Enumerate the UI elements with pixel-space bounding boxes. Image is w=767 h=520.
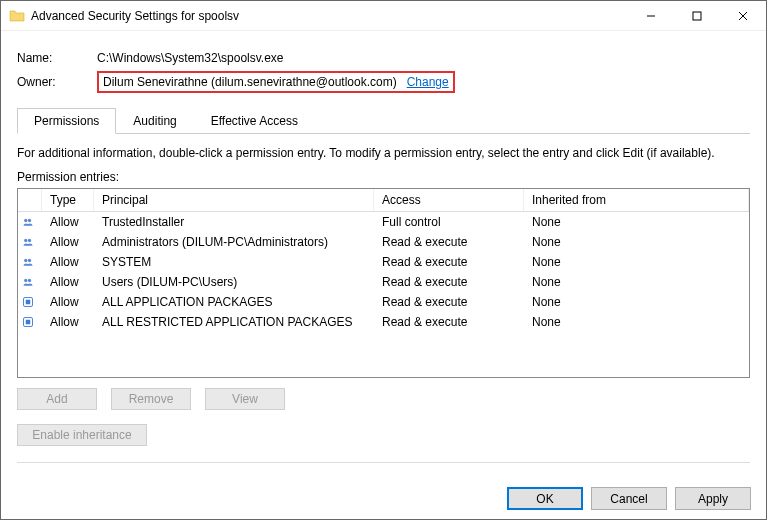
entry-inherited: None: [524, 214, 749, 230]
entry-inherited: None: [524, 294, 749, 310]
entry-type: Allow: [42, 254, 94, 270]
name-label: Name:: [17, 51, 97, 65]
owner-value: Dilum Senevirathne (dilum.senevirathne@o…: [103, 75, 397, 89]
permission-entries-label: Permission entries:: [17, 170, 750, 184]
table-row[interactable]: AllowALL RESTRICTED APPLICATION PACKAGES…: [18, 312, 749, 332]
table-row[interactable]: AllowALL APPLICATION PACKAGESRead & exec…: [18, 292, 749, 312]
entry-type: Allow: [42, 234, 94, 250]
svg-point-8: [24, 259, 27, 262]
owner-row: Owner: Dilum Senevirathne (dilum.senevir…: [17, 71, 750, 93]
entry-principal: ALL RESTRICTED APPLICATION PACKAGES: [94, 314, 374, 330]
svg-point-10: [24, 279, 27, 282]
svg-point-4: [24, 219, 27, 222]
entry-type: Allow: [42, 274, 94, 290]
tab-effective-access[interactable]: Effective Access: [194, 108, 315, 134]
entry-access: Full control: [374, 214, 524, 230]
entry-action-buttons: Add Remove View: [17, 388, 750, 410]
tab-auditing[interactable]: Auditing: [116, 108, 193, 134]
entry-access: Read & execute: [374, 314, 524, 330]
enable-inheritance-button[interactable]: Enable inheritance: [17, 424, 147, 446]
titlebar: Advanced Security Settings for spoolsv: [1, 1, 766, 31]
entry-type: Allow: [42, 314, 94, 330]
entry-inherited: None: [524, 314, 749, 330]
window-controls: [628, 1, 766, 31]
separator: [17, 462, 750, 463]
col-access[interactable]: Access: [374, 189, 524, 211]
entry-principal: ALL APPLICATION PACKAGES: [94, 294, 374, 310]
permission-entries-list[interactable]: Type Principal Access Inherited from All…: [17, 188, 750, 378]
ok-button[interactable]: OK: [507, 487, 583, 510]
maximize-button[interactable]: [674, 1, 720, 31]
remove-button[interactable]: Remove: [111, 388, 191, 410]
col-blank[interactable]: [18, 189, 42, 211]
entry-access: Read & execute: [374, 274, 524, 290]
package-icon: [18, 313, 42, 331]
entries-header: Type Principal Access Inherited from: [18, 189, 749, 212]
entry-access: Read & execute: [374, 234, 524, 250]
tab-permissions[interactable]: Permissions: [17, 108, 116, 134]
entry-inherited: None: [524, 254, 749, 270]
owner-label: Owner:: [17, 75, 97, 89]
table-row[interactable]: AllowTrustedInstallerFull controlNone: [18, 212, 749, 232]
owner-highlight: Dilum Senevirathne (dilum.senevirathne@o…: [97, 71, 455, 93]
svg-point-9: [28, 259, 31, 262]
col-type[interactable]: Type: [42, 189, 94, 211]
entry-principal: SYSTEM: [94, 254, 374, 270]
svg-rect-15: [26, 320, 31, 325]
entry-inherited: None: [524, 274, 749, 290]
table-row[interactable]: AllowAdministrators (DILUM-PC\Administra…: [18, 232, 749, 252]
entry-type: Allow: [42, 214, 94, 230]
apply-button[interactable]: Apply: [675, 487, 751, 510]
svg-rect-13: [26, 300, 31, 305]
group-icon: [18, 233, 42, 251]
entry-principal: Users (DILUM-PC\Users): [94, 274, 374, 290]
package-icon: [18, 293, 42, 311]
inheritance-row: Enable inheritance: [17, 424, 750, 446]
svg-point-6: [24, 239, 27, 242]
name-row: Name: C:\Windows\System32\spoolsv.exe: [17, 51, 750, 65]
folder-icon: [9, 8, 25, 24]
cancel-button[interactable]: Cancel: [591, 487, 667, 510]
table-row[interactable]: AllowUsers (DILUM-PC\Users)Read & execut…: [18, 272, 749, 292]
svg-point-11: [28, 279, 31, 282]
tab-strip: Permissions Auditing Effective Access: [17, 107, 750, 134]
entry-access: Read & execute: [374, 294, 524, 310]
svg-point-5: [28, 219, 31, 222]
add-button[interactable]: Add: [17, 388, 97, 410]
col-principal[interactable]: Principal: [94, 189, 374, 211]
svg-rect-1: [693, 12, 701, 20]
group-icon: [18, 253, 42, 271]
info-text: For additional information, double-click…: [17, 146, 750, 160]
view-button[interactable]: View: [205, 388, 285, 410]
dialog-buttons: OK Cancel Apply: [507, 487, 751, 510]
entry-principal: Administrators (DILUM-PC\Administrators): [94, 234, 374, 250]
entry-inherited: None: [524, 234, 749, 250]
entry-access: Read & execute: [374, 254, 524, 270]
group-icon: [18, 273, 42, 291]
dialog-content: Name: C:\Windows\System32\spoolsv.exe Ow…: [1, 31, 766, 475]
col-inherited[interactable]: Inherited from: [524, 189, 749, 211]
group-icon: [18, 213, 42, 231]
entry-type: Allow: [42, 294, 94, 310]
svg-point-7: [28, 239, 31, 242]
window-title: Advanced Security Settings for spoolsv: [31, 9, 628, 23]
close-button[interactable]: [720, 1, 766, 31]
change-owner-link[interactable]: Change: [407, 75, 449, 89]
entry-principal: TrustedInstaller: [94, 214, 374, 230]
table-row[interactable]: AllowSYSTEMRead & executeNone: [18, 252, 749, 272]
minimize-button[interactable]: [628, 1, 674, 31]
name-value: C:\Windows\System32\spoolsv.exe: [97, 51, 284, 65]
